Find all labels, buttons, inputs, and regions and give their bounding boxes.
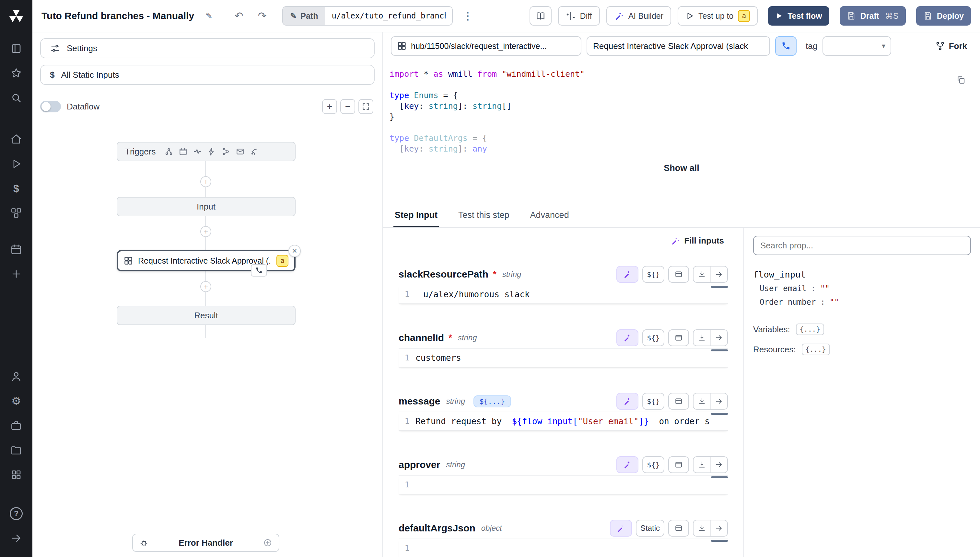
test-flow-button[interactable]: Test flow: [768, 6, 829, 26]
webhook-trigger-icon[interactable]: [165, 147, 173, 156]
variables-icon[interactable]: $: [5, 179, 27, 198]
windmill-logo[interactable]: [5, 5, 27, 27]
fork-button[interactable]: Fork: [930, 39, 972, 54]
open-editor-button[interactable]: [668, 520, 689, 537]
code-preview[interactable]: import * as wmill from "windmill-client"…: [383, 58, 980, 205]
folders-icon[interactable]: [5, 440, 27, 460]
collapse-rail-icon[interactable]: [5, 529, 27, 548]
plug-arrow-button[interactable]: [710, 457, 727, 472]
prop-order-number[interactable]: Order number:"": [753, 298, 971, 307]
apps-grid-icon[interactable]: [5, 465, 27, 484]
panel-icon[interactable]: [5, 39, 27, 58]
ai-fill-button[interactable]: [616, 329, 639, 346]
deploy-button[interactable]: Deploy: [916, 6, 971, 26]
triggers-node[interactable]: Triggers: [117, 142, 296, 161]
mqtt-trigger-icon[interactable]: [250, 147, 259, 156]
show-all-button[interactable]: Show all: [653, 158, 710, 178]
tab-advanced[interactable]: Advanced: [529, 205, 570, 227]
workers-icon[interactable]: [5, 416, 27, 435]
home-icon[interactable]: [5, 130, 27, 149]
add-error-handler-icon[interactable]: [263, 538, 272, 547]
variables-expand-badge[interactable]: {...}: [796, 324, 824, 335]
static-mode-button[interactable]: Static: [636, 520, 664, 537]
schedules-icon[interactable]: [5, 239, 27, 259]
ai-fill-button[interactable]: [610, 520, 632, 537]
template-badge[interactable]: ${...}: [474, 396, 511, 407]
add-step-above-input[interactable]: ＋: [200, 176, 211, 187]
open-editor-button[interactable]: [668, 456, 689, 473]
kafka-trigger-icon[interactable]: [222, 147, 230, 156]
input-node[interactable]: Input: [117, 197, 296, 216]
resources-icon[interactable]: [5, 204, 27, 223]
remove-step-icon[interactable]: ✕: [288, 245, 301, 257]
test-up-to-button[interactable]: Test up to a: [678, 6, 758, 26]
schedule-trigger-icon[interactable]: [179, 147, 187, 156]
ai-fill-button[interactable]: [616, 266, 639, 283]
suspend-approval-button[interactable]: [775, 36, 797, 56]
insert-default-button[interactable]: [694, 520, 710, 536]
add-icon[interactable]: [5, 264, 27, 284]
star-icon[interactable]: [5, 64, 27, 83]
open-editor-button[interactable]: [668, 393, 689, 410]
edit-title-pencil-icon[interactable]: ✎: [201, 7, 217, 24]
insert-default-button[interactable]: [694, 394, 710, 409]
template-string-button[interactable]: ${}: [642, 456, 664, 473]
plug-arrow-button[interactable]: [710, 330, 727, 345]
hub-path-box[interactable]: hub/11500/slack/request_interactive...: [391, 36, 581, 56]
ai-fill-button[interactable]: [616, 456, 639, 473]
slack-approval-step-node[interactable]: Request Interactive Slack Approval (... …: [117, 250, 296, 271]
http-trigger-icon[interactable]: [193, 147, 202, 156]
search-icon[interactable]: [5, 88, 27, 107]
ai-builder-button[interactable]: AI Builder: [606, 6, 671, 26]
copy-code-icon[interactable]: [956, 75, 966, 85]
fill-inputs-button[interactable]: Fill inputs: [666, 233, 728, 248]
tab-step-input[interactable]: Step Input: [394, 205, 439, 227]
websocket-trigger-icon[interactable]: [207, 147, 216, 156]
channelId-editor[interactable]: 1 customers: [399, 348, 728, 368]
plug-arrow-button[interactable]: [710, 394, 727, 409]
prop-user-email[interactable]: User email:"": [753, 284, 971, 293]
approver-editor[interactable]: 1: [399, 475, 728, 495]
step-name-input[interactable]: [586, 36, 770, 56]
error-handler-node[interactable]: Error Handler: [132, 534, 279, 552]
help-icon[interactable]: ?: [5, 504, 27, 523]
insert-default-button[interactable]: [694, 457, 710, 472]
suspend-phone-icon[interactable]: [251, 264, 267, 277]
open-editor-button[interactable]: [668, 266, 689, 283]
zoom-in-button[interactable]: +: [322, 99, 337, 114]
result-node[interactable]: Result: [117, 306, 296, 325]
path-input[interactable]: [325, 7, 452, 25]
zoom-out-button[interactable]: −: [340, 99, 355, 114]
undo-icon[interactable]: ↶: [230, 7, 247, 24]
open-editor-button[interactable]: [668, 329, 689, 346]
dataflow-toggle[interactable]: [40, 101, 61, 112]
redo-icon[interactable]: ↷: [254, 7, 271, 24]
message-editor[interactable]: 1 Refund request by _${flow_input["User …: [399, 412, 728, 431]
path-button[interactable]: ✎ Path: [283, 7, 325, 25]
settings-gear-icon[interactable]: ⚙: [5, 391, 27, 410]
fit-view-button[interactable]: [358, 99, 373, 114]
add-step-above-slack[interactable]: ＋: [200, 226, 211, 237]
insert-default-button[interactable]: [694, 267, 710, 282]
resources-expand-badge[interactable]: {...}: [802, 344, 830, 355]
flow-settings-button[interactable]: Settings: [40, 38, 375, 58]
user-icon[interactable]: [5, 366, 27, 386]
tag-select[interactable]: ▾: [823, 36, 891, 56]
email-trigger-icon[interactable]: [236, 147, 244, 156]
runs-icon[interactable]: [5, 154, 27, 174]
docs-button[interactable]: [529, 6, 552, 26]
tab-test-this-step[interactable]: Test this step: [457, 205, 511, 227]
plug-arrow-button[interactable]: [710, 267, 727, 282]
diff-button[interactable]: Diff: [558, 6, 600, 26]
insert-default-button[interactable]: [694, 330, 710, 345]
template-string-button[interactable]: ${}: [642, 393, 664, 410]
plug-arrow-button[interactable]: [710, 520, 727, 536]
more-menu-icon[interactable]: ⋮: [459, 7, 476, 24]
defaultArgsJson-editor[interactable]: 1: [399, 539, 728, 557]
ai-fill-button[interactable]: [616, 393, 639, 410]
template-string-button[interactable]: ${}: [642, 266, 664, 283]
slackResourcePath-editor[interactable]: 1 u/alex/humorous_slack: [399, 285, 728, 304]
flow-input-root[interactable]: flow_input: [753, 269, 971, 280]
draft-button[interactable]: Draft ⌘S: [840, 6, 906, 26]
search-prop-input[interactable]: [753, 236, 971, 255]
